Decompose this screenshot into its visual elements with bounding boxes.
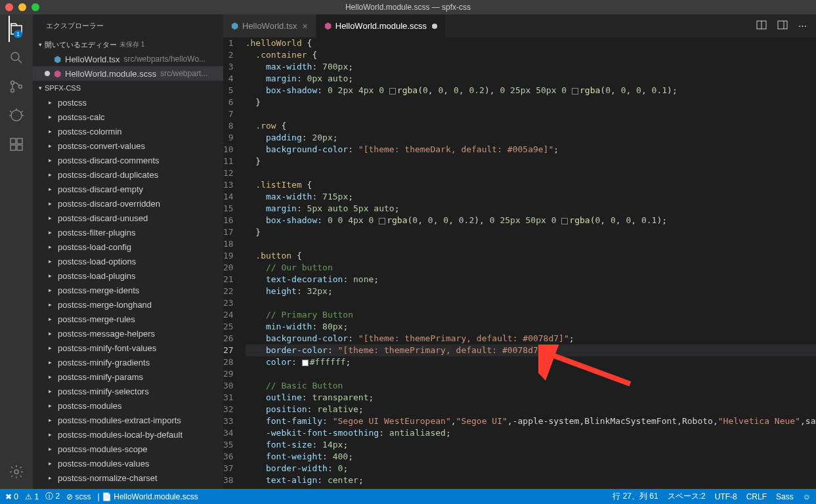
debug-icon[interactable] xyxy=(9,108,24,123)
code-line[interactable]: box-shadow: 0 0 4px 0 rgba(0, 0, 0, 0.2)… xyxy=(246,215,816,226)
status-cursor-pos[interactable]: 行 27、列 61 xyxy=(612,491,658,502)
maximize-window[interactable] xyxy=(32,3,39,11)
editor-tab[interactable]: ⬢HelloWorld.module.scss xyxy=(316,14,446,37)
status-eol[interactable]: CRLF xyxy=(746,492,767,501)
minimize-window[interactable] xyxy=(18,3,26,11)
open-editors-header[interactable]: ▾ 開いているエディター 未保存 1 xyxy=(33,37,223,52)
folder-item[interactable]: ▸postcss-normalize-charset xyxy=(33,471,223,485)
code-line[interactable]: background-color: "[theme: themeDark, de… xyxy=(246,144,816,156)
code-line[interactable]: background-color: "[theme: themePrimary,… xyxy=(246,333,816,345)
code-line[interactable]: font-size: 14px; xyxy=(246,439,816,451)
explorer-badge: 1 xyxy=(14,30,22,38)
folder-item[interactable]: ▸postcss-load-config xyxy=(33,240,223,254)
folder-item[interactable]: ▸postcss-discard-overridden xyxy=(33,196,223,211)
folder-item[interactable]: ▸postcss-minify-gradients xyxy=(33,355,223,369)
code-line[interactable]: text-decoration: none; xyxy=(246,274,816,285)
status-encoding[interactable]: UTF-8 xyxy=(715,492,737,501)
folder-item[interactable]: ▸postcss-discard-comments xyxy=(33,153,223,167)
folder-item[interactable]: ▸postcss-load-plugins xyxy=(33,268,223,283)
folder-item[interactable]: ▸postcss-discard-duplicates xyxy=(33,167,223,182)
status-warnings[interactable]: ⚠ 1 xyxy=(25,492,39,501)
code-line[interactable]: outline: transparent; xyxy=(246,392,816,404)
folder-item[interactable]: ▸postcss-modules-scope xyxy=(33,442,223,456)
close-window[interactable] xyxy=(5,3,13,11)
folder-item[interactable]: ▸postcss-message-helpers xyxy=(33,326,223,341)
code-line[interactable]: position: relative; xyxy=(246,404,816,415)
code-line[interactable]: margin: 5px auto 5px auto; xyxy=(246,203,816,215)
code-line[interactable]: } xyxy=(246,226,816,238)
project-header[interactable]: ▾ SPFX-CSS xyxy=(33,81,223,95)
code-line[interactable]: box-shadow: 0 2px 4px 0 rgba(0, 0, 0, 0.… xyxy=(246,85,816,96)
code-line[interactable]: .row { xyxy=(246,120,816,132)
code-line[interactable]: // Primary Button xyxy=(246,309,816,321)
folder-item[interactable]: ▸postcss-merge-idents xyxy=(33,283,223,297)
code-editor[interactable]: 1234567891011121314151617181920212223242… xyxy=(223,37,816,489)
settings-icon[interactable] xyxy=(9,464,24,480)
code-line[interactable]: height: 32px; xyxy=(246,285,816,297)
folder-item[interactable]: ▸postcss-modules-local-by-default xyxy=(33,427,223,442)
status-errors[interactable]: ✖ 0 xyxy=(5,492,18,501)
more-icon[interactable]: ⋯ xyxy=(798,21,807,31)
folder-item[interactable]: ▸postcss-modules xyxy=(33,398,223,413)
open-editor-item[interactable]: ⬢HelloWorld.module.scsssrc/webpart... xyxy=(33,66,223,81)
folder-item[interactable]: ▸postcss-calc xyxy=(33,110,223,124)
code-line[interactable] xyxy=(246,297,816,309)
folder-item[interactable]: ▸postcss-discard-unused xyxy=(33,211,223,225)
folder-item[interactable]: ▸postcss xyxy=(33,95,223,110)
code-line[interactable] xyxy=(246,108,816,120)
status-language[interactable]: Sass xyxy=(776,492,794,501)
code-line[interactable]: min-width: 80px; xyxy=(246,321,816,333)
chevron-right-icon: ▸ xyxy=(49,287,58,293)
code-line[interactable]: max-width: 715px; xyxy=(246,191,816,203)
code-line[interactable]: -webkit-font-smoothing: antialiased; xyxy=(246,427,816,439)
code-line[interactable] xyxy=(246,368,816,380)
code-line[interactable]: .listItem { xyxy=(246,179,816,191)
search-icon[interactable] xyxy=(9,50,24,66)
code-line[interactable]: max-width: 700px; xyxy=(246,61,816,73)
code-line[interactable]: font-family: "Segoe UI WestEuropean","Se… xyxy=(246,415,816,427)
editor-tab[interactable]: ⬢HelloWorld.tsx× xyxy=(223,14,316,37)
folder-item[interactable]: ▸postcss-minify-params xyxy=(33,369,223,384)
code-line[interactable]: .container { xyxy=(246,49,816,61)
folder-name: postcss-load-plugins xyxy=(58,271,136,281)
folder-item[interactable]: ▸postcss-colormin xyxy=(33,124,223,138)
code-line[interactable]: .button { xyxy=(246,250,816,262)
folder-item[interactable]: ▸postcss-convert-values xyxy=(33,138,223,153)
folder-item[interactable]: ▸postcss-normalize-url xyxy=(33,485,223,489)
code-line[interactable]: font-weight: 400; xyxy=(246,451,816,463)
status-lang-indicator[interactable]: ⊘ scss xyxy=(66,492,91,501)
layout-icon[interactable] xyxy=(777,20,788,32)
status-file[interactable]: | 📄 HelloWorld.module.scss xyxy=(97,492,198,501)
code-line[interactable] xyxy=(246,167,816,179)
status-info[interactable]: ⓘ 2 xyxy=(45,491,60,502)
code-line[interactable]: text-align: center; xyxy=(246,474,816,486)
code-line[interactable]: margin: 0px auto; xyxy=(246,73,816,85)
code-line[interactable]: } xyxy=(246,156,816,167)
folder-item[interactable]: ▸postcss-merge-longhand xyxy=(33,297,223,312)
code-line[interactable]: // Our button xyxy=(246,262,816,274)
folder-item[interactable]: ▸postcss-discard-empty xyxy=(33,182,223,196)
extensions-icon[interactable] xyxy=(9,136,24,152)
open-editor-item[interactable]: ⬢HelloWorld.tsxsrc/webparts/helloWo... xyxy=(33,52,223,66)
folder-item[interactable]: ▸postcss-filter-plugins xyxy=(33,225,223,240)
code-line[interactable]: // Basic Button xyxy=(246,380,816,392)
status-indent[interactable]: スペース:2 xyxy=(668,491,706,502)
source-control-icon[interactable] xyxy=(9,79,24,94)
folder-item[interactable]: ▸postcss-merge-rules xyxy=(33,312,223,326)
folder-item[interactable]: ▸postcss-modules-values xyxy=(33,456,223,471)
folder-item[interactable]: ▸postcss-load-options xyxy=(33,254,223,268)
split-editor-icon[interactable] xyxy=(756,20,767,32)
status-feedback-icon[interactable]: ☺ xyxy=(803,492,811,501)
code-line[interactable]: border-color: "[theme: themePrimary, def… xyxy=(246,345,816,356)
code-line[interactable]: padding: 20px; xyxy=(246,132,816,144)
code-line[interactable]: border-width: 0; xyxy=(246,463,816,474)
folder-item[interactable]: ▸postcss-minify-selectors xyxy=(33,384,223,398)
code-line[interactable]: } xyxy=(246,96,816,108)
close-tab-icon[interactable]: × xyxy=(303,21,308,32)
explorer-icon[interactable]: 1 xyxy=(9,21,24,37)
code-line[interactable]: .helloWorld { xyxy=(246,37,816,49)
code-line[interactable]: color: #ffffff; xyxy=(246,356,816,368)
code-line[interactable] xyxy=(246,238,816,250)
folder-item[interactable]: ▸postcss-minify-font-values xyxy=(33,341,223,355)
folder-item[interactable]: ▸postcss-modules-extract-imports xyxy=(33,413,223,427)
